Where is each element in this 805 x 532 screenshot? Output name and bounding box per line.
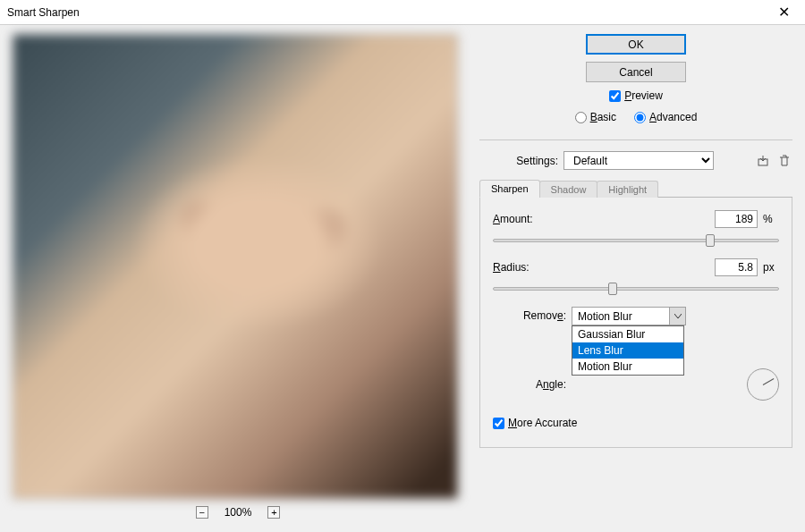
preview-label: Preview	[624, 89, 663, 102]
settings-label: Settings:	[479, 155, 558, 167]
settings-row: Settings: Default	[479, 151, 792, 170]
settings-select[interactable]: Default	[564, 151, 714, 170]
amount-label: Amount:	[493, 213, 555, 225]
zoom-controls: − 100% +	[13, 506, 463, 519]
more-accurate-row[interactable]: More Accurate	[493, 417, 779, 429]
close-button[interactable]: ✕	[766, 0, 801, 25]
preview-image[interactable]	[13, 34, 458, 499]
sharpen-panel: Amount: % Radius: px	[479, 198, 792, 448]
remove-dropdown[interactable]: Gaussian BlurLens BlurMotion Blur	[572, 325, 684, 376]
radius-label: Radius:	[493, 261, 555, 274]
save-preset-icon[interactable]	[755, 153, 771, 169]
amount-input[interactable]	[715, 210, 758, 228]
zoom-in-button[interactable]: +	[267, 506, 280, 519]
radius-input[interactable]	[715, 258, 758, 276]
dialog-body: − 100% + OK Cancel Preview Basic Advance…	[0, 25, 805, 528]
tab-sharpen[interactable]: Sharpen	[479, 180, 540, 198]
radius-slider[interactable]	[493, 282, 779, 296]
tab-highlight[interactable]: Highlight	[597, 181, 658, 198]
remove-select[interactable]: Motion Blur	[572, 307, 686, 325]
amount-slider[interactable]	[493, 233, 779, 248]
mode-radio-group: Basic Advanced	[575, 111, 698, 123]
angle-label: Angle:	[493, 378, 572, 391]
delete-preset-icon[interactable]	[776, 153, 792, 169]
radius-row: Radius: px	[493, 258, 779, 276]
basic-radio[interactable]: Basic	[575, 111, 616, 123]
window-title: Smart Sharpen	[7, 6, 766, 19]
titlebar: Smart Sharpen ✕	[0, 0, 805, 25]
cancel-button[interactable]: Cancel	[586, 62, 686, 82]
amount-row: Amount: %	[493, 210, 779, 228]
controls-pane: OK Cancel Preview Basic Advanced Setting…	[479, 34, 792, 519]
preview-pane: − 100% +	[13, 34, 463, 519]
radius-unit: px	[758, 261, 779, 274]
more-accurate-label: More Accurate	[508, 417, 577, 429]
angle-dial[interactable]	[747, 368, 779, 401]
remove-row: Remove: Motion Blur Gaussian BlurLens Bl…	[493, 307, 779, 325]
zoom-out-button[interactable]: −	[196, 506, 208, 519]
advanced-radio[interactable]: Advanced	[634, 111, 697, 123]
zoom-level: 100%	[225, 506, 252, 519]
remove-label: Remove:	[493, 307, 572, 322]
remove-option[interactable]: Lens Blur	[572, 342, 683, 359]
tab-strip: Sharpen Shadow Highlight	[479, 179, 792, 198]
tab-shadow[interactable]: Shadow	[539, 181, 598, 198]
amount-unit: %	[758, 213, 779, 225]
chevron-down-icon	[669, 308, 685, 325]
more-accurate-checkbox[interactable]	[493, 418, 504, 429]
ok-button[interactable]: OK	[586, 34, 686, 55]
preview-checkbox[interactable]	[609, 90, 621, 102]
settings-group: Settings: Default Sharpen Shadow Highlig…	[479, 139, 792, 448]
preview-checkbox-row[interactable]: Preview	[609, 89, 663, 102]
remove-option[interactable]: Motion Blur	[572, 359, 683, 375]
remove-option[interactable]: Gaussian Blur	[572, 326, 683, 342]
